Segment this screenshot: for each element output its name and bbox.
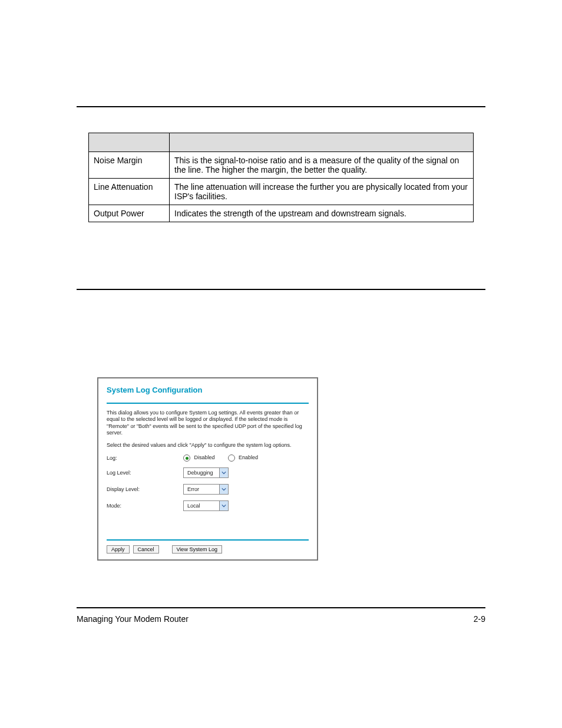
chevron-down-icon [219, 485, 228, 494]
log-disabled-option[interactable]: Disabled [183, 454, 215, 462]
log-level-select[interactable]: Debugging [183, 467, 229, 478]
chevron-down-icon [219, 468, 228, 477]
table-row: Line Attenuation The line attenuation wi… [89, 179, 474, 205]
footer-section-title: Managing Your Modem Router [77, 614, 189, 624]
mode-label: Mode: [107, 503, 183, 509]
display-level-select[interactable]: Error [183, 484, 229, 495]
section-heading: System Log Configuration [77, 271, 224, 285]
log-label: Log: [107, 455, 183, 461]
display-level-label: Display Level: [107, 486, 183, 492]
select-value: Error [184, 486, 219, 492]
section-rule [77, 289, 485, 290]
log-enabled-option[interactable]: Enabled [228, 454, 259, 462]
dialog-divider [107, 539, 309, 541]
select-value: Local [184, 503, 219, 509]
radio-label: Enabled [239, 455, 258, 461]
page-number: 2-9 [474, 614, 485, 624]
param-desc: Indicates the strength of the upstream a… [170, 205, 474, 222]
section-paragraph: This screen allows you to view the syste… [77, 301, 485, 323]
param-name: Line Attenuation [89, 179, 170, 205]
param-name: Output Power [89, 205, 170, 222]
doc-version: v1.0, November 2009 [77, 631, 133, 637]
system-log-dialog: System Log Configuration This dialog all… [97, 377, 318, 561]
dialog-description-1: This dialog allows you to configure Syst… [107, 410, 309, 436]
mode-select[interactable]: Local [183, 500, 229, 511]
radio-icon [228, 454, 235, 462]
cancel-button[interactable]: Cancel [133, 545, 159, 554]
parameter-table: Noise Margin This is the signal-to-noise… [88, 133, 474, 222]
top-rule [77, 106, 485, 107]
table-row: Output Power Indicates the strength of t… [89, 205, 474, 222]
table-header-desc [170, 133, 474, 152]
table-header-param [89, 133, 170, 152]
radio-label: Disabled [194, 455, 215, 461]
view-system-log-button[interactable]: View System Log [172, 545, 222, 554]
apply-button[interactable]: Apply [107, 545, 130, 554]
doc-header-title: DM111PSPv2 ADSL2+ Ethernet Modem Router … [262, 88, 485, 98]
dialog-description-2: Select the desired values and click "App… [107, 442, 309, 449]
dialog-divider [107, 403, 309, 404]
log-level-label: Log Level: [107, 470, 183, 476]
footer-rule [77, 607, 485, 608]
chevron-down-icon [219, 501, 228, 510]
dialog-title: System Log Configuration [107, 386, 309, 394]
select-value: Debugging [184, 470, 219, 476]
param-name: Noise Margin [89, 152, 170, 179]
param-desc: The line attenuation will increase the f… [170, 179, 474, 205]
radio-icon [183, 454, 190, 462]
table-row: Noise Margin This is the signal-to-noise… [89, 152, 474, 179]
param-desc: This is the signal-to-noise ratio and is… [170, 152, 474, 179]
